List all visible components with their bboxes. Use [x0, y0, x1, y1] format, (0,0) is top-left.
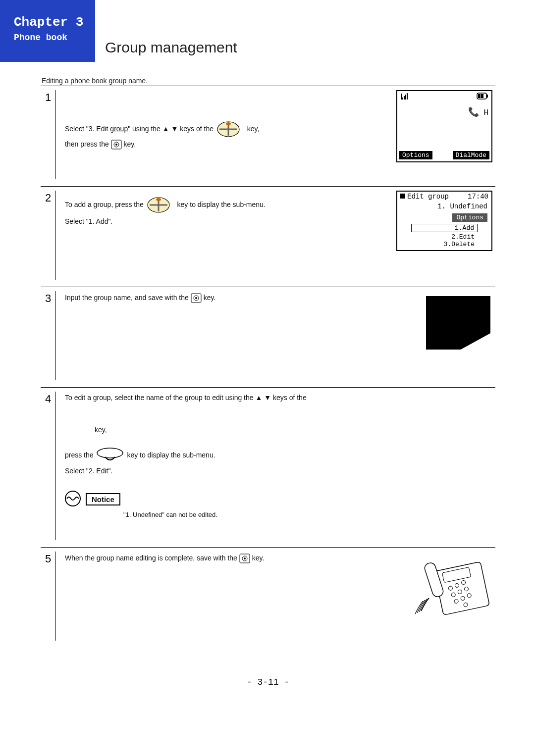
svg-point-16 [65, 491, 80, 506]
step-row: 2 To add a group, press the key to displ… [41, 187, 495, 287]
step-number: 5 [41, 552, 56, 641]
ok-key-icon [111, 140, 122, 150]
step-text: Select "3. Edit group" using the ▲ ▼ key… [65, 120, 390, 150]
phone-screen: Edit group 17:40 1. Undefined Options 1.… [396, 191, 492, 251]
svg-rect-6 [486, 95, 488, 98]
notice-text: "1. Undefined" can not be edited. [123, 511, 390, 518]
step-row: 5 When the group name editing is complet… [41, 548, 495, 648]
page-number: - 3-11 - [41, 677, 495, 687]
lcd-menu-item-add: 1.Add [411, 224, 478, 232]
notice-label: Notice [86, 493, 120, 505]
step-number: 3 [41, 291, 56, 380]
lcd-menu-item-delete: 3.Delete [411, 241, 478, 248]
notice-icon [65, 491, 81, 508]
svg-point-1 [226, 122, 231, 125]
up-down-arrow-icon: ▲ ▼ [162, 125, 178, 133]
dpad-key-icon [215, 120, 245, 139]
notice-block: Notice "1. Undefined" can not be edited. [65, 491, 390, 518]
lcd-time: 17:40 [468, 193, 488, 201]
svg-point-10 [156, 198, 161, 201]
signal-icon [400, 93, 411, 103]
phone-illustration [411, 552, 495, 621]
svg-point-19 [244, 557, 246, 559]
step-row: 4 To edit a group, select the name of th… [41, 388, 495, 548]
step-row: 1 Select "3. Edit group" using the ▲ ▼ k… [41, 86, 495, 187]
battery-icon [477, 93, 488, 103]
ok-key-icon [191, 293, 202, 303]
svg-rect-7 [478, 94, 481, 98]
lcd-ch-letter: H [483, 108, 488, 117]
step-row: 3 Input the group name, and save with th… [41, 287, 495, 388]
chapter-title: Chapter 3 [14, 15, 95, 30]
svg-marker-14 [426, 296, 490, 350]
svg-point-4 [115, 144, 117, 146]
handset-icon: 📞 [468, 107, 479, 117]
lcd-dialmode-btn: DialMode [453, 151, 489, 159]
lcd-options-label: Options [452, 213, 487, 222]
lcd-menu-item-edit: 2.Edit [411, 233, 478, 241]
redacted-image [421, 291, 495, 351]
chapter-subtitle: Phone book [14, 33, 95, 43]
svg-point-15 [97, 448, 123, 458]
step-text: Input the group name, and save with the … [65, 292, 390, 303]
lcd-title: Edit group [407, 193, 449, 201]
step-number: 2 [41, 191, 56, 280]
chapter-sidebar: Chapter 3 Phone book [0, 0, 95, 62]
soft-key-icon [95, 446, 125, 465]
up-down-arrow-icon: ▲ ▼ [255, 394, 271, 402]
lcd-line: 1. Undefined [401, 202, 487, 210]
lcd-options-btn: Options [399, 151, 432, 159]
page-title: Group management [95, 0, 535, 62]
dpad-key-icon [146, 196, 175, 214]
step-text: To add a group, press the key to display… [65, 196, 390, 228]
svg-rect-8 [481, 94, 483, 98]
step-text: To edit a group, select the name of the … [65, 392, 390, 478]
step-number: 4 [41, 392, 56, 540]
section-intro: Editing a phone book group name. [42, 77, 495, 85]
step-text: When the group name editing is complete,… [65, 553, 390, 563]
step-number: 1 [41, 90, 56, 179]
ok-key-icon [239, 554, 250, 563]
svg-point-13 [195, 297, 197, 299]
phone-screen: 📞 H Options DialMode [396, 90, 492, 162]
